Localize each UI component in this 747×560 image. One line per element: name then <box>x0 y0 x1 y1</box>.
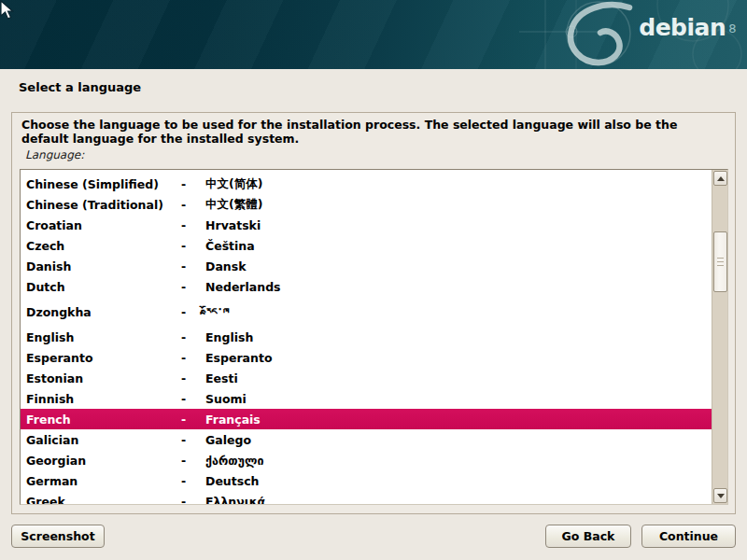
separator-dash: - <box>181 392 205 406</box>
separator-dash: - <box>181 198 205 212</box>
language-native-name: Hrvatski <box>205 218 712 232</box>
language-name: German <box>26 474 181 488</box>
brand-name: debian <box>639 14 726 41</box>
language-row[interactable]: Czech-Čeština <box>21 235 712 256</box>
vertical-scrollbar[interactable] <box>712 170 727 504</box>
language-name: Dutch <box>26 280 181 294</box>
language-native-name: Dansk <box>205 259 712 273</box>
separator-dash: - <box>181 413 205 427</box>
language-native-name: 中文(繁體) <box>205 197 712 213</box>
chevron-down-icon <box>717 494 725 498</box>
language-native-name: 中文(简体) <box>205 176 712 192</box>
language-list: Chinese (Simplified)-中文(简体)Chinese (Trad… <box>20 169 728 505</box>
language-row[interactable]: Dzongkha-རྫོང་ཁ <box>21 297 712 327</box>
language-name: Galician <box>26 433 181 447</box>
language-native-name: ქართული <box>205 454 712 468</box>
separator-dash: - <box>181 351 205 365</box>
language-native-name: Esperanto <box>205 351 712 365</box>
language-row[interactable]: Estonian-Eesti <box>21 368 712 388</box>
screenshot-button-label: Screenshot <box>21 529 94 543</box>
content-frame: Choose the language to be used for the i… <box>11 112 736 514</box>
language-native-name: Ελληνικά <box>205 495 712 505</box>
brand-version: 8 <box>728 21 736 35</box>
debian-swirl-logo <box>571 5 629 63</box>
language-native-name: Čeština <box>205 239 712 253</box>
language-row[interactable]: Georgian-ქართული <box>21 450 712 470</box>
header-banner: debian8 <box>0 0 747 69</box>
separator-dash: - <box>181 305 205 319</box>
language-native-name: Français <box>205 413 712 427</box>
language-native-name: རྫོང་ཁ <box>205 305 712 319</box>
separator-dash: - <box>181 218 205 232</box>
language-row[interactable]: English-English <box>21 327 712 347</box>
language-name: Greek <box>26 495 181 505</box>
instruction-text: Choose the language to be used for the i… <box>21 118 720 146</box>
language-name: Croatian <box>26 218 181 232</box>
continue-button[interactable]: Continue <box>641 525 736 548</box>
language-native-name: English <box>205 330 712 344</box>
separator-dash: - <box>181 474 205 488</box>
scroll-up-button[interactable] <box>713 171 727 186</box>
language-name: Chinese (Traditional) <box>26 198 181 212</box>
language-name: Dzongkha <box>26 305 181 319</box>
scrollbar-grip <box>717 258 724 267</box>
language-row[interactable]: Greek-Ελληνικά <box>21 491 712 504</box>
language-row[interactable]: Finnish-Suomi <box>21 388 712 409</box>
language-row[interactable]: Danish-Dansk <box>21 256 712 276</box>
debian-installer-window: { "banner": { "brand": "debian", "versio… <box>0 0 747 560</box>
mouse-cursor-icon <box>0 0 15 21</box>
language-native-name: Suomi <box>205 392 712 406</box>
language-name: Danish <box>26 259 181 273</box>
language-row[interactable]: Galician-Galego <box>21 429 712 450</box>
language-native-name: Nederlands <box>205 280 712 294</box>
separator-dash: - <box>181 259 205 273</box>
language-field-label: Language: <box>25 148 84 161</box>
language-native-name: Deutsch <box>205 474 712 488</box>
language-row[interactable]: German-Deutsch <box>21 470 712 491</box>
language-row[interactable]: French-Français <box>21 409 712 429</box>
language-row[interactable]: Chinese (Traditional)-中文(繁體) <box>21 194 712 215</box>
scroll-down-button[interactable] <box>713 488 727 503</box>
separator-dash: - <box>181 280 205 294</box>
continue-button-label: Continue <box>659 529 718 543</box>
language-rows: Chinese (Simplified)-中文(简体)Chinese (Trad… <box>21 170 712 504</box>
language-name: Finnish <box>26 392 181 406</box>
separator-dash: - <box>181 433 205 447</box>
separator-dash: - <box>181 371 205 385</box>
language-row[interactable]: Chinese (Simplified)-中文(简体) <box>21 174 712 194</box>
language-native-name: Eesti <box>205 371 712 385</box>
language-name: Georgian <box>26 454 181 468</box>
separator-dash: - <box>181 330 205 344</box>
separator-dash: - <box>181 454 205 468</box>
language-native-name: Galego <box>205 433 712 447</box>
chevron-up-icon <box>717 176 725 181</box>
page-title: Select a language <box>19 80 141 94</box>
scrollbar-thumb[interactable] <box>713 231 727 292</box>
go-back-button-label: Go Back <box>562 529 615 543</box>
language-name: English <box>26 330 181 344</box>
language-row[interactable]: Dutch-Nederlands <box>21 276 712 297</box>
screenshot-button[interactable]: Screenshot <box>11 525 105 548</box>
banner-artwork <box>0 0 747 69</box>
language-name: Estonian <box>26 371 181 385</box>
language-row[interactable]: Croatian-Hrvatski <box>21 215 712 235</box>
go-back-button[interactable]: Go Back <box>545 525 631 548</box>
language-name: French <box>26 413 181 427</box>
separator-dash: - <box>181 239 205 253</box>
language-name: Esperanto <box>26 351 181 365</box>
language-row[interactable]: Esperanto-Esperanto <box>21 347 712 368</box>
language-name: Czech <box>26 239 181 253</box>
separator-dash: - <box>181 495 205 505</box>
brand-logotype: debian8 <box>639 15 736 41</box>
language-name: Chinese (Simplified) <box>26 177 181 191</box>
separator-dash: - <box>181 177 205 191</box>
